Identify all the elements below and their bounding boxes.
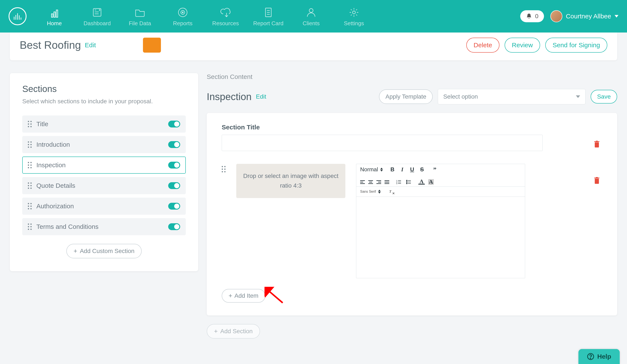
nav-item-resources[interactable]: Resources (204, 6, 247, 27)
svg-point-18 (353, 11, 356, 14)
nav-item-reportcard[interactable]: Report Card (247, 6, 290, 27)
plus-icon: + (229, 293, 232, 299)
chevron-down-icon (576, 95, 580, 98)
font-select[interactable]: Sans Serif (360, 190, 381, 193)
drag-handle-icon[interactable] (28, 203, 32, 209)
drag-handle-icon[interactable] (28, 224, 32, 230)
apply-template-button[interactable]: Apply Template (379, 90, 433, 104)
add-custom-section-button[interactable]: + Add Custom Section (66, 244, 142, 258)
section-item-terms[interactable]: Terms and Conditions (22, 218, 186, 235)
delete-button[interactable]: Delete (466, 38, 499, 53)
editor-toolbar-row2: Sans Serif T✕ (356, 187, 525, 197)
template-select[interactable]: Select option (438, 89, 585, 104)
section-title-input[interactable] (222, 135, 543, 151)
review-button[interactable]: Review (505, 38, 540, 53)
user-menu[interactable]: Courtney Allbee (550, 10, 619, 22)
nav-item-settings[interactable]: Settings (333, 6, 375, 27)
toggle-switch[interactable] (168, 141, 180, 148)
italic-icon[interactable]: I (399, 166, 406, 173)
svg-rect-34 (595, 179, 599, 184)
nav-item-dashboard[interactable]: Dashboard (76, 6, 118, 27)
gear-icon (348, 6, 360, 19)
section-item-quote[interactable]: Quote Details (22, 177, 186, 194)
section-title: Inspection (207, 91, 252, 102)
image-drop-zone[interactable]: Drop or select an image with aspect rati… (236, 164, 345, 198)
drag-handle-icon[interactable] (28, 141, 32, 148)
svg-rect-36 (596, 177, 598, 178)
content-item-row: Drop or select an image with aspect rati… (222, 164, 602, 278)
bars-logo-icon (12, 11, 23, 21)
align-left-icon[interactable] (360, 180, 365, 185)
format-select-label: Normal (360, 166, 378, 173)
align-justify-icon[interactable] (385, 180, 389, 185)
save-button[interactable]: Save (591, 90, 617, 103)
avatar (550, 10, 562, 22)
nav-item-home[interactable]: Home (33, 6, 76, 27)
page-edit-link[interactable]: Edit (85, 42, 96, 49)
toggle-switch[interactable] (168, 223, 180, 230)
add-item-label: Add Item (235, 292, 259, 299)
home-icon (49, 6, 60, 19)
nav-item-clients[interactable]: Clients (290, 6, 333, 27)
user-icon (305, 6, 317, 19)
nav-label: Resources (212, 20, 239, 27)
toggle-switch[interactable] (168, 121, 180, 128)
align-right-icon[interactable] (376, 180, 381, 185)
blockquote-icon[interactable]: ” (432, 166, 438, 173)
drag-handle-icon[interactable] (28, 162, 32, 168)
ordered-list-icon[interactable]: 123 (396, 179, 402, 185)
notification-count: 0 (535, 13, 539, 20)
unordered-list-icon[interactable] (406, 179, 412, 185)
bold-icon[interactable]: B (389, 166, 396, 173)
nav-label: Settings (344, 20, 364, 27)
nav-label: Clients (303, 20, 319, 27)
nav-items: Home Dashboard File Data Reports Resourc… (33, 6, 375, 27)
svg-point-11 (182, 12, 183, 13)
section-item-authorization[interactable]: Authorization (22, 198, 186, 215)
bell-icon (526, 13, 532, 19)
drag-handle-icon[interactable] (28, 121, 32, 127)
app-logo[interactable] (8, 7, 27, 25)
section-item-inspection[interactable]: Inspection (22, 157, 186, 174)
drag-handle-icon[interactable] (28, 182, 32, 189)
editor-body[interactable] (356, 197, 525, 278)
toggle-switch[interactable] (168, 203, 180, 210)
page-title: Best Roofing (20, 39, 81, 51)
plus-icon: + (214, 328, 218, 334)
delete-item-icon[interactable] (594, 177, 600, 186)
svg-rect-5 (52, 14, 53, 17)
section-label: Title (36, 120, 163, 128)
background-color-icon[interactable]: A (428, 179, 434, 185)
rich-text-editor: Normal B I U S ” (356, 164, 525, 278)
disc-icon (177, 6, 189, 19)
svg-line-37 (268, 290, 283, 303)
nav-item-filedata[interactable]: File Data (118, 6, 161, 27)
svg-rect-6 (54, 12, 55, 17)
section-item-title[interactable]: Title (22, 115, 186, 133)
toggle-switch[interactable] (168, 182, 180, 189)
nav-item-reports[interactable]: Reports (161, 6, 204, 27)
clear-format-icon[interactable]: T✕ (387, 188, 394, 195)
add-custom-section-label: Add Custom Section (80, 248, 134, 255)
font-select-label: Sans Serif (360, 190, 376, 193)
toggle-switch[interactable] (168, 162, 180, 169)
strike-icon[interactable]: S (419, 166, 425, 173)
page-header: Best Roofing Edit Delete Review Send for… (10, 33, 617, 60)
drag-handle-icon[interactable] (222, 166, 226, 172)
delete-title-icon[interactable] (594, 141, 600, 150)
color-swatch[interactable] (143, 38, 161, 53)
section-content-heading: Section Content (207, 73, 617, 80)
text-color-icon[interactable]: A (418, 180, 425, 184)
select-placeholder: Select option (443, 93, 478, 100)
sections-panel: Sections Select which sections to includ… (10, 73, 198, 271)
send-for-signing-button[interactable]: Send for Signing (545, 38, 607, 53)
add-section-button[interactable]: + Add Section (207, 324, 260, 339)
add-item-button[interactable]: + Add Item (222, 289, 265, 303)
underline-icon[interactable]: U (409, 166, 415, 173)
align-center-icon[interactable] (368, 180, 373, 185)
add-section-label: Add Section (220, 328, 253, 335)
format-select[interactable]: Normal (360, 166, 383, 173)
section-edit-link[interactable]: Edit (256, 93, 266, 100)
notifications-pill[interactable]: 0 (520, 10, 544, 22)
section-item-introduction[interactable]: Introduction (22, 136, 186, 153)
